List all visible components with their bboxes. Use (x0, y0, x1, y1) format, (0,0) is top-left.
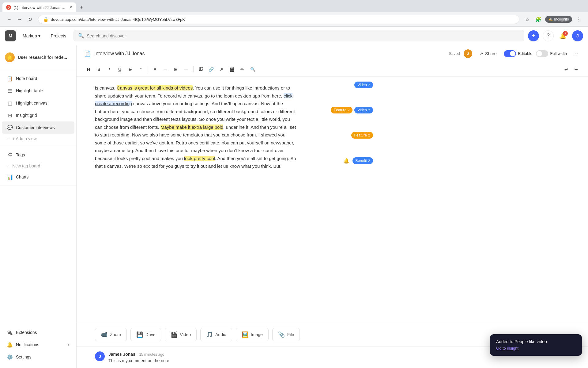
nav-buttons: ← → ↻ (5, 15, 34, 24)
reload-button[interactable]: ↻ (26, 15, 34, 24)
highlight-canvas-is-great: Canvas is great for all kinds of videos (117, 85, 193, 90)
extension-button[interactable]: 🧩 (534, 15, 543, 24)
link-button[interactable]: 🔗 (206, 65, 216, 74)
divider-button[interactable]: — (182, 65, 191, 74)
strikethrough-button[interactable]: S (126, 65, 135, 74)
undo-redo-group: ↩ ↪ (562, 65, 581, 74)
undo-button[interactable]: ↩ (562, 65, 571, 74)
share-button[interactable]: ↗ Share (476, 49, 500, 58)
drive-insert-button[interactable]: 💾 Drive (130, 328, 161, 341)
document-text: is canvas. Canvas is great for all kinds… (95, 84, 297, 170)
new-tag-board-label: New tag board (12, 163, 40, 168)
document-icon: 📄 (84, 50, 91, 57)
comment-author: James Jonas (108, 352, 135, 357)
tag-count: 2 (368, 108, 370, 112)
tag-video-1[interactable]: Video 2 (354, 82, 373, 88)
search-input[interactable] (87, 33, 520, 38)
editable-toggle-group: Editable (504, 50, 532, 57)
sidebar-item-extensions[interactable]: 🔌 Extensions (2, 326, 74, 339)
user-avatar[interactable]: J (572, 30, 583, 41)
external-link-button[interactable]: ↗ (217, 65, 226, 74)
document-header: 📄 Interview with JJ Jonas Saved J ↗ Shar… (77, 45, 588, 62)
document-user-avatar[interactable]: J (464, 49, 472, 58)
cursor-bell-icon[interactable]: 🔔 (343, 157, 350, 164)
video-button[interactable]: 🎬 (227, 65, 236, 74)
image-insert-button[interactable]: 🖼 (196, 65, 205, 74)
draw-button[interactable]: ✏ (238, 65, 247, 74)
drive-icon: 💾 (136, 331, 143, 338)
sidebar-item-highlight-canvas[interactable]: ◫ Highlight canvas (2, 97, 74, 109)
add-view-button[interactable]: + + Add a view (2, 134, 74, 144)
sidebar-item-charts[interactable]: 📊 Charts (2, 171, 74, 183)
sidebar-item-settings[interactable]: ⚙️ Settings (2, 351, 74, 363)
file-label: File (287, 332, 294, 337)
incognito-badge[interactable]: 🕵️ Incognito (545, 16, 572, 23)
active-tab[interactable]: D (1) Interview with JJ Jonas – D × (2, 2, 76, 12)
tags-panel: Video 2 Feature 2 Video 2 (315, 77, 377, 323)
bold-button[interactable]: B (94, 65, 104, 74)
projects-label: Projects (51, 33, 66, 38)
app-logo[interactable]: M (5, 30, 16, 41)
file-insert-button[interactable]: 📎 File (272, 328, 300, 341)
toast-title: Added to People like video (496, 339, 576, 344)
toast-link[interactable]: Go to insight (496, 346, 518, 351)
search-toolbar-button[interactable]: 🔍 (248, 65, 257, 74)
sidebar-item-label: Highlight table (16, 88, 70, 93)
table-button[interactable]: ⊞ (171, 65, 180, 74)
image-label: Image (251, 332, 263, 337)
sidebar-item-notifications[interactable]: 🔔 Notifications ▾ (2, 339, 74, 351)
new-tab-button[interactable]: + (77, 3, 86, 12)
tag-feature-2[interactable]: Feature 2 (351, 132, 373, 139)
markup-label: Markup (23, 33, 37, 38)
forward-button[interactable]: → (15, 15, 24, 24)
video-insert-button[interactable]: 🎬 Video (165, 328, 197, 341)
bookmark-button[interactable]: ☆ (523, 15, 532, 24)
url-text: dovetailapp.com/data/Interview-with-JJ-J… (51, 17, 185, 22)
image-insert-btn[interactable]: 🖼️ Image (236, 328, 269, 341)
numbered-list-button[interactable]: ≔ (161, 65, 170, 74)
add-button[interactable]: + (528, 30, 539, 41)
drive-label: Drive (145, 332, 156, 337)
quote-button[interactable]: ❝ (136, 65, 145, 74)
app-shell: M Markup ▾ Projects 🔍 + ? 🔔 1 J (0, 27, 588, 368)
zoom-insert-button[interactable]: 📹 Zoom (95, 328, 127, 341)
menu-button[interactable]: ⋮ (575, 15, 583, 24)
new-tag-board-button[interactable]: + New tag board (2, 161, 74, 171)
charts-icon: 📊 (7, 174, 13, 180)
url-bar[interactable]: 🔒 dovetailapp.com/data/Interview-with-JJ… (38, 15, 519, 24)
underline-button[interactable]: U (115, 65, 124, 74)
share-icon: ↗ (480, 51, 483, 56)
highlight-look-cool: look pretty cool (184, 156, 215, 161)
project-name: User research for rede... (18, 55, 71, 60)
highlight-click-create[interactable]: click create a recording (95, 93, 292, 106)
projects-button[interactable]: Projects (47, 32, 70, 40)
full-width-toggle[interactable] (536, 50, 548, 57)
back-button[interactable]: ← (5, 15, 13, 24)
toolbar-separator-2 (193, 66, 194, 72)
notifications-button[interactable]: 🔔 1 (557, 30, 568, 41)
tab-close-button[interactable]: × (70, 5, 72, 10)
italic-button[interactable]: I (105, 65, 114, 74)
bullet-list-button[interactable]: ≡ (150, 65, 160, 74)
tag-benefit[interactable]: Benefit 2 (352, 157, 373, 164)
editable-toggle[interactable] (504, 50, 516, 57)
tag-feature-1[interactable]: Feature 2 (331, 107, 352, 113)
heading-button[interactable]: H (84, 65, 93, 74)
sidebar-item-label: Insight grid (16, 113, 70, 118)
sidebar-item-insight-grid[interactable]: ⊞ Insight grid (2, 109, 74, 121)
sidebar-item-note-board[interactable]: 📋 Note board (2, 72, 74, 85)
help-button[interactable]: ? (543, 30, 554, 41)
sidebar-item-tags[interactable]: 🏷 Tags (2, 149, 74, 161)
sidebar-item-highlight-table[interactable]: ☰ Highlight table (2, 85, 74, 97)
more-options-button[interactable]: ··· (571, 49, 581, 58)
search-bar[interactable]: 🔍 (74, 30, 524, 41)
tag-count: 2 (368, 133, 370, 137)
markup-menu-button[interactable]: Markup ▾ (20, 32, 43, 40)
sidebar-item-customer-interviews[interactable]: 💬 Customer interviews (2, 121, 74, 134)
redo-button[interactable]: ↪ (571, 65, 581, 74)
audio-icon: 🎵 (206, 331, 213, 338)
audio-insert-button[interactable]: 🎵 Audio (200, 328, 232, 341)
file-icon: 📎 (278, 331, 285, 338)
tag-video-2[interactable]: Video 2 (354, 107, 373, 113)
project-header[interactable]: 🌟 User research for rede... (0, 50, 76, 67)
